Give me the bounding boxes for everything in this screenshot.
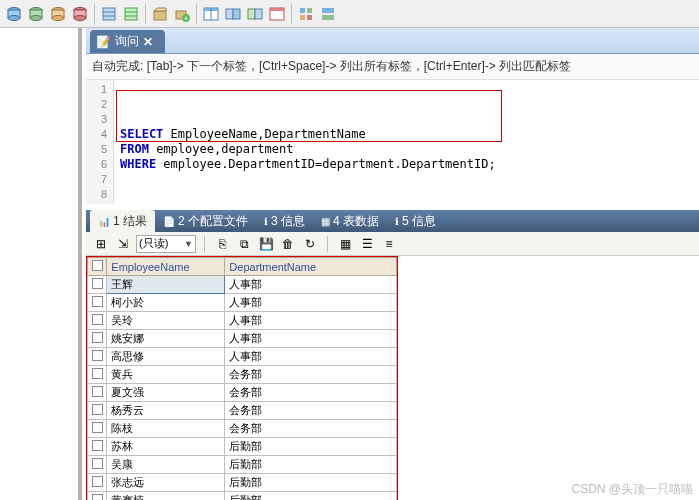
db-cyl-2-icon[interactable] bbox=[26, 4, 46, 24]
view-text-icon[interactable]: ≡ bbox=[380, 235, 398, 253]
cell[interactable]: 陈枝 bbox=[107, 420, 225, 438]
cell[interactable]: 黄兵 bbox=[107, 366, 225, 384]
cell[interactable]: 黄赛楠 bbox=[107, 492, 225, 501]
row-checkbox[interactable] bbox=[88, 312, 107, 330]
readonly-select[interactable]: (只读)▼ bbox=[136, 235, 196, 253]
refresh-icon[interactable]: ↻ bbox=[301, 235, 319, 253]
sql-keyword: FROM bbox=[120, 142, 149, 156]
table-row[interactable]: 黄赛楠后勤部 bbox=[88, 492, 397, 501]
cell[interactable]: 张志远 bbox=[107, 474, 225, 492]
row-checkbox[interactable] bbox=[88, 276, 107, 294]
grid-small-1-icon[interactable] bbox=[296, 4, 316, 24]
result-grid[interactable]: EmployeeNameDepartmentName王辉人事部柯小於人事部吴玲人… bbox=[87, 257, 397, 500]
result-tab[interactable]: 📄2 个配置文件 bbox=[155, 210, 256, 233]
cell[interactable]: 会务部 bbox=[225, 366, 397, 384]
result-grid-container: EmployeeNameDepartmentName王辉人事部柯小於人事部吴玲人… bbox=[86, 256, 398, 500]
cell[interactable]: 人事部 bbox=[225, 312, 397, 330]
grid-green-icon[interactable] bbox=[121, 4, 141, 24]
code-line[interactable]: FROM employee,department bbox=[120, 142, 693, 157]
row-checkbox[interactable] bbox=[88, 402, 107, 420]
result-tab[interactable]: ℹ5 信息 bbox=[387, 210, 444, 233]
row-checkbox[interactable] bbox=[88, 420, 107, 438]
row-checkbox[interactable] bbox=[88, 330, 107, 348]
table-multi-1-icon[interactable] bbox=[223, 4, 243, 24]
grid-add-icon[interactable]: ⊞ bbox=[92, 235, 110, 253]
row-checkbox[interactable] bbox=[88, 366, 107, 384]
table-row[interactable]: 高思修人事部 bbox=[88, 348, 397, 366]
db-cyl-1-icon[interactable] bbox=[4, 4, 24, 24]
column-header[interactable]: DepartmentName bbox=[225, 258, 397, 276]
cell[interactable]: 会务部 bbox=[225, 384, 397, 402]
cell[interactable]: 吴玲 bbox=[107, 312, 225, 330]
cell[interactable]: 杨秀云 bbox=[107, 402, 225, 420]
table-row[interactable]: 吴康后勤部 bbox=[88, 456, 397, 474]
row-checkbox[interactable] bbox=[88, 384, 107, 402]
code-area[interactable]: SELECT EmployeeName,DepartmentNameFROM e… bbox=[114, 80, 699, 204]
cell[interactable]: 柯小於 bbox=[107, 294, 225, 312]
box-open-icon[interactable] bbox=[150, 4, 170, 24]
table-row[interactable]: 杨秀云会务部 bbox=[88, 402, 397, 420]
left-splitter[interactable] bbox=[0, 28, 82, 500]
cell[interactable]: 夏文强 bbox=[107, 384, 225, 402]
table-blue-icon[interactable] bbox=[201, 4, 221, 24]
svg-rect-26 bbox=[226, 9, 233, 19]
row-checkbox[interactable] bbox=[88, 492, 107, 501]
view-grid-icon[interactable]: ▦ bbox=[336, 235, 354, 253]
db-cyl-3-icon[interactable] bbox=[48, 4, 68, 24]
cell[interactable]: 会务部 bbox=[225, 402, 397, 420]
table-row[interactable]: 吴玲人事部 bbox=[88, 312, 397, 330]
row-checkbox[interactable] bbox=[88, 348, 107, 366]
cell[interactable]: 后勤部 bbox=[225, 474, 397, 492]
delete-icon[interactable]: 🗑 bbox=[279, 235, 297, 253]
cell[interactable]: 人事部 bbox=[225, 348, 397, 366]
table-row[interactable]: 柯小於人事部 bbox=[88, 294, 397, 312]
cell[interactable]: 后勤部 bbox=[225, 438, 397, 456]
result-tab[interactable]: ▦4 表数据 bbox=[313, 210, 387, 233]
cell[interactable]: 高思修 bbox=[107, 348, 225, 366]
table-row[interactable]: 夏文强会务部 bbox=[88, 384, 397, 402]
cell[interactable]: 苏林 bbox=[107, 438, 225, 456]
row-checkbox[interactable] bbox=[88, 456, 107, 474]
table-row[interactable]: 张志远后勤部 bbox=[88, 474, 397, 492]
svg-rect-35 bbox=[307, 15, 312, 20]
query-tab[interactable]: 📝 询问 ✕ bbox=[90, 30, 165, 53]
row-checkbox[interactable] bbox=[88, 438, 107, 456]
cell[interactable]: 吴康 bbox=[107, 456, 225, 474]
cell[interactable]: 王辉 bbox=[107, 276, 225, 294]
grid-export-icon[interactable]: ⇲ bbox=[114, 235, 132, 253]
table-row[interactable]: 黄兵会务部 bbox=[88, 366, 397, 384]
save-icon[interactable]: 💾 bbox=[257, 235, 275, 253]
table-row[interactable]: 姚安娜人事部 bbox=[88, 330, 397, 348]
table-row[interactable]: 苏林后勤部 bbox=[88, 438, 397, 456]
cell[interactable]: 后勤部 bbox=[225, 492, 397, 501]
duplicate-icon[interactable]: ⧉ bbox=[235, 235, 253, 253]
close-icon[interactable]: ✕ bbox=[143, 35, 153, 49]
cell[interactable]: 人事部 bbox=[225, 276, 397, 294]
cell[interactable]: 姚安娜 bbox=[107, 330, 225, 348]
result-tab[interactable]: 📊1 结果 bbox=[90, 210, 155, 233]
code-line[interactable]: SELECT EmployeeName,DepartmentName bbox=[120, 127, 693, 142]
autocomplete-hint: 自动完成: [Tab]-> 下一个标签，[Ctrl+Space]-> 列出所有标… bbox=[86, 54, 699, 79]
view-form-icon[interactable]: ☰ bbox=[358, 235, 376, 253]
db-cyl-4-icon[interactable] bbox=[70, 4, 90, 24]
cell[interactable]: 会务部 bbox=[225, 420, 397, 438]
table-red-icon[interactable] bbox=[267, 4, 287, 24]
select-all-header[interactable] bbox=[88, 258, 107, 276]
row-checkbox[interactable] bbox=[88, 294, 107, 312]
cell[interactable]: 人事部 bbox=[225, 330, 397, 348]
column-header[interactable]: EmployeeName bbox=[107, 258, 225, 276]
grid-blue-icon[interactable] bbox=[99, 4, 119, 24]
code-line[interactable]: WHERE employee.DepartmentID=department.D… bbox=[120, 157, 693, 172]
table-row[interactable]: 王辉人事部 bbox=[88, 276, 397, 294]
table-row[interactable]: 陈枝会务部 bbox=[88, 420, 397, 438]
row-checkbox[interactable] bbox=[88, 474, 107, 492]
result-tab[interactable]: ℹ3 信息 bbox=[256, 210, 313, 233]
box-add-icon[interactable]: + bbox=[172, 4, 192, 24]
sql-editor[interactable]: 12345678 SELECT EmployeeName,DepartmentN… bbox=[86, 79, 699, 204]
table-multi-2-icon[interactable] bbox=[245, 4, 265, 24]
copy-icon[interactable]: ⎘ bbox=[213, 235, 231, 253]
tab-icon: ℹ bbox=[264, 216, 268, 227]
cell[interactable]: 人事部 bbox=[225, 294, 397, 312]
grid-small-2-icon[interactable] bbox=[318, 4, 338, 24]
cell[interactable]: 后勤部 bbox=[225, 456, 397, 474]
